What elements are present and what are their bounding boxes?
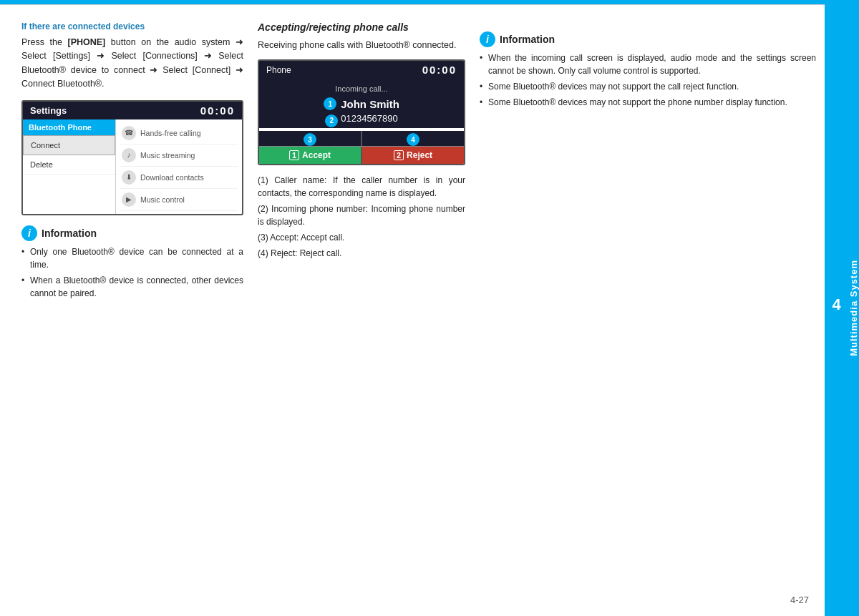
incoming-call-text: Incoming call... [268,84,455,93]
phone-screen-mockup: Phone 00:00 Incoming call... 1 John Smit… [258,59,465,165]
right-bullet-3: Some Bluetooth® devices may not support … [480,96,816,109]
phone-title-label: Phone [266,65,291,75]
caller-number: 01234567890 [341,113,398,124]
control-label: Music control [140,195,185,204]
accept-section: 3 [259,131,362,146]
left-info-title: Information [42,228,97,239]
reject-num-badge-row: 4 [362,131,464,146]
note-4: (4) Reject: Reject call. [258,247,465,260]
caller-badge-1: 1 [324,97,336,110]
right-column: i Information When the incoming call scr… [480,21,816,303]
right-info-box: i Information When the incoming call scr… [480,31,816,109]
settings-content: Bluetooth Phone Connect Delete ☎ Hands-f… [23,119,242,214]
caller-name: John Smith [341,98,399,110]
reject-button-label: Reject [407,150,432,160]
phone-action-buttons-row: 1 Accept 2 Reject [259,146,464,164]
left-info-header: i Information [21,225,243,241]
left-section-heading: If there are connected devices [21,21,243,31]
left-column: If there are connected devices Press the… [21,21,243,303]
left-body-text: Press the [PHONE] button on the audio sy… [21,36,243,92]
middle-notes-list: (1) Caller name: If the caller number is… [258,174,465,260]
phone-body: Incoming call... 1 John Smith 2 01234567… [259,79,464,128]
settings-item-control: ▶ Music control [120,189,238,211]
left-info-bullets: Only one Bluetooth® device can be connec… [21,245,243,300]
settings-menu-connect[interactable]: Connect [23,135,115,155]
caller-badge-2: 2 [325,114,338,127]
handsfree-label: Hands-free calling [140,129,201,137]
phone-titlebar: Phone 00:00 [259,61,464,79]
settings-time: 00:00 [200,104,235,117]
right-info-icon: i [480,31,495,47]
handsfree-icon: ☎ [122,126,136,140]
note-1: (1) Caller name: If the caller number is… [258,174,465,200]
chapter-number: 4 [825,295,848,314]
left-bullet-1: Only one Bluetooth® device can be connec… [21,245,243,271]
settings-item-handsfree: ☎ Hands-free calling [120,122,238,145]
accept-button-row[interactable]: 1 Accept [259,147,362,164]
chapter-title: Multimedia System [848,260,859,356]
caller-name-row: 1 John Smith [268,97,455,110]
left-info-box: i Information Only one Bluetooth® device… [21,225,243,300]
music-icon: ♪ [122,148,136,162]
note-3: (3) Accept: Accept call. [258,231,465,244]
right-info-header: i Information [480,31,816,47]
side-tab: 4 Multimedia System [825,0,859,616]
separator-line [0,4,825,5]
phone-bottom-area: 3 4 [259,131,464,146]
reject-key-label: 2 [394,150,404,160]
settings-left-panel: Bluetooth Phone Connect Delete [23,119,116,214]
accept-num-badge: 3 [304,133,316,146]
caller-number-row: 2 01234567890 [268,113,455,128]
contacts-label: Download contacts [140,173,204,182]
reject-num-badge: 4 [407,133,419,146]
right-bullet-1: When the incoming call screen is display… [480,52,816,77]
middle-column: Accepting/rejecting phone calls Receivin… [258,21,465,303]
right-info-title: Information [500,34,555,45]
settings-right-panel: ☎ Hands-free calling ♪ Music streaming ⬇… [116,119,242,214]
accept-key-label: 1 [289,150,299,160]
left-info-icon: i [21,225,37,241]
music-label: Music streaming [140,151,195,160]
right-bullet-2: Some Bluetooth® devices may not support … [480,80,816,93]
accept-button-label: Accept [302,150,331,160]
middle-intro: Receiving phone calls with Bluetooth® co… [258,39,465,52]
settings-item-music: ♪ Music streaming [120,145,238,167]
page-number: 4-27 [790,595,809,605]
settings-title-label: Settings [30,105,67,116]
accept-num-badge-row: 3 [259,131,361,146]
settings-menu-delete[interactable]: Delete [23,155,115,175]
phone-bold: [PHONE] [68,37,106,47]
settings-item-contacts: ⬇ Download contacts [120,167,238,189]
bt-phone-header: Bluetooth Phone [23,119,115,135]
contacts-icon: ⬇ [122,170,136,185]
middle-heading: Accepting/rejecting phone calls [258,21,465,33]
note-2: (2) Incoming phone number: Incoming phon… [258,202,465,228]
reject-section: 4 [362,131,464,146]
page-content: If there are connected devices Press the… [21,14,816,602]
phone-time: 00:00 [422,64,457,76]
settings-ui-mockup: Settings 00:00 Bluetooth Phone Connect D… [21,100,243,215]
control-icon: ▶ [122,192,136,207]
settings-titlebar: Settings 00:00 [23,102,242,119]
reject-button-row[interactable]: 2 Reject [362,147,464,164]
right-info-bullets: When the incoming call screen is display… [480,52,816,109]
columns-container: If there are connected devices Press the… [21,21,816,303]
left-bullet-2: When a Bluetooth® device is connected, o… [21,274,243,300]
